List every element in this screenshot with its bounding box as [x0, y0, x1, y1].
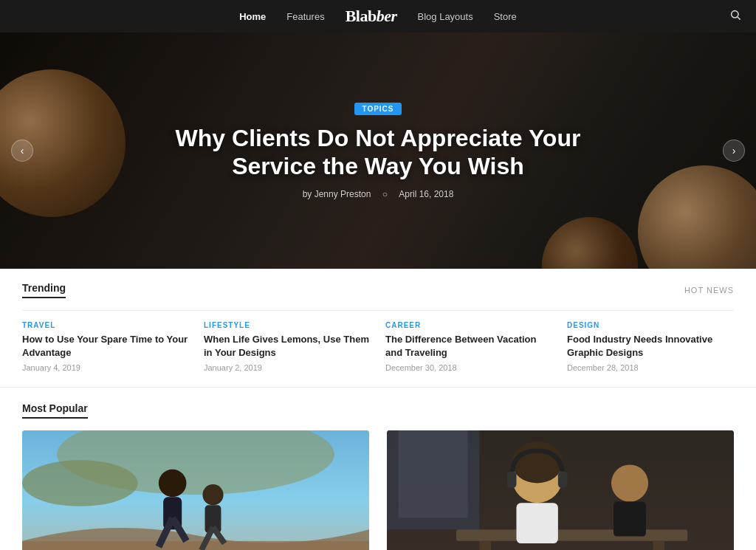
hero-prev-button[interactable]: ‹ — [11, 140, 33, 162]
popular-section: Most Popular — [0, 388, 756, 550]
trending-date-1: January 2, 2019 — [204, 363, 371, 372]
navbar: Home Features Blabber Blog Layouts Store — [0, 0, 756, 32]
svg-rect-22 — [507, 472, 517, 488]
trending-title: Trending — [22, 282, 66, 298]
trending-item-title-2[interactable]: The Difference Between Vacation and Trav… — [385, 333, 552, 360]
popular-img-bg-0 — [22, 430, 369, 550]
trending-item: CAREER The Difference Between Vacation a… — [385, 321, 552, 372]
svg-rect-24 — [516, 503, 557, 544]
hero-meta: by Jenny Preston ○ April 16, 2018 — [171, 189, 585, 199]
main-content: Trending HOT NEWS TRAVEL How to Use Your… — [0, 269, 756, 550]
trending-item: DESIGN Food Industry Needs Innovative Gr… — [567, 321, 734, 372]
trending-date-0: January 4, 2019 — [22, 363, 189, 372]
hero-title: Why Clients Do Not Appreciate Your Servi… — [171, 124, 585, 181]
trending-date-2: December 30, 2018 — [385, 363, 552, 372]
svg-point-21 — [512, 441, 563, 483]
svg-rect-17 — [456, 530, 687, 542]
svg-rect-26 — [614, 502, 646, 537]
trending-item: LIFESTYLE When Life Gives Lemons, Use Th… — [204, 321, 371, 372]
hero-date: April 16, 2018 — [399, 189, 453, 199]
hero-next-button[interactable]: › — [723, 140, 745, 162]
trending-header: Trending HOT NEWS — [22, 282, 734, 298]
nav-links: Home Features Blabber Blog Layouts Store — [239, 7, 517, 26]
trending-item-title-0[interactable]: How to Use Your Spare Time to Your Advan… — [22, 333, 189, 360]
trending-grid: TRAVEL How to Use Your Spare Time to You… — [22, 321, 734, 372]
trending-item-title-1[interactable]: When Life Gives Lemons, Use Them in Your… — [204, 333, 371, 360]
trending-item-title-3[interactable]: Food Industry Needs Innovative Graphic D… — [567, 333, 734, 360]
nav-features[interactable]: Features — [286, 11, 324, 22]
svg-point-6 — [159, 470, 187, 498]
hero-badge: TOPICS — [354, 103, 401, 115]
svg-rect-16 — [399, 430, 468, 518]
svg-rect-23 — [558, 472, 568, 488]
nav-store[interactable]: Store — [494, 11, 517, 22]
svg-point-10 — [202, 484, 223, 505]
trending-category-2: CAREER — [385, 321, 552, 329]
popular-img-bg-1 — [387, 430, 734, 550]
trending-category-3: DESIGN — [567, 321, 734, 329]
svg-rect-19 — [653, 541, 664, 550]
popular-header: Most Popular — [22, 402, 734, 419]
svg-line-1 — [738, 17, 740, 20]
trending-section: Trending HOT NEWS TRAVEL How to Use Your… — [0, 269, 756, 388]
trending-item: TRAVEL How to Use Your Spare Time to You… — [22, 321, 189, 372]
popular-image-0: CAREER — [22, 430, 369, 550]
trending-category-1: LIFESTYLE — [204, 321, 371, 329]
site-brand: Blabber — [346, 7, 397, 26]
hero-author: by Jenny Preston — [303, 189, 371, 199]
hero-content: TOPICS Why Clients Do Not Appreciate You… — [142, 102, 614, 200]
trending-category-0: TRAVEL — [22, 321, 189, 329]
popular-image-1: LIFESTYLE — [387, 430, 734, 550]
svg-rect-18 — [479, 541, 491, 550]
nav-blog-layouts[interactable]: Blog Layouts — [418, 11, 473, 22]
nav-home[interactable]: Home — [239, 11, 266, 22]
svg-point-25 — [611, 465, 648, 502]
search-icon[interactable] — [729, 9, 741, 24]
popular-grid: CAREER What Keeps Us Going: Find Your Wa… — [22, 430, 734, 550]
hero-dot: ○ — [382, 189, 388, 199]
svg-point-0 — [732, 11, 738, 18]
popular-item-0: CAREER What Keeps Us Going: Find Your Wa… — [22, 430, 369, 550]
hot-news-label: HOT NEWS — [684, 286, 734, 295]
popular-item-1: LIFESTYLE There Is No Way People Can Tak… — [387, 430, 734, 550]
svg-point-4 — [22, 461, 138, 507]
trending-date-3: December 28, 2018 — [567, 363, 734, 372]
hero-section: ‹ TOPICS Why Clients Do Not Appreciate Y… — [0, 32, 756, 269]
popular-title: Most Popular — [22, 402, 88, 419]
